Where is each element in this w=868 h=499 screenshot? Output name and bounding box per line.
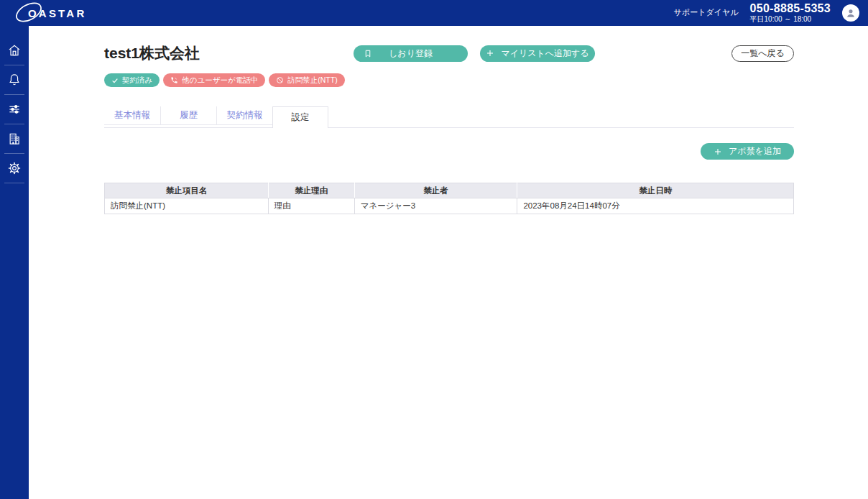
page-title: test1株式会社 — [104, 43, 354, 63]
cell-ban-datetime: 2023年08月24日14時07分 — [517, 198, 794, 214]
back-to-list-button[interactable]: 一覧へ戻る — [731, 45, 794, 62]
tab-history[interactable]: 履歴 — [160, 106, 216, 125]
cell-ban-reason: 理由 — [268, 198, 354, 214]
status-badge-label: 訪問禁止(NTT) — [287, 75, 337, 86]
col-header-banned-by: 禁止者 — [354, 183, 517, 198]
gear-icon — [7, 161, 22, 175]
title-row: test1株式会社 しおり登録 マイリストへ追加する 一覧へ戻る — [104, 43, 794, 63]
plus-icon — [714, 147, 722, 156]
ban-table: 禁止項目名 禁止理由 禁止者 禁止日時 訪問禁止(NTT) 理由 マネージャー3… — [104, 183, 794, 214]
person-icon — [844, 6, 857, 19]
cell-ban-item: 訪問禁止(NTT) — [105, 198, 269, 214]
sidebar-nav — [0, 26, 29, 499]
status-badges: 契約済み 他のユーザーが電話中 訪問禁止(NTT) — [104, 73, 794, 87]
col-header-ban-item: 禁止項目名 — [105, 183, 269, 198]
add-apo-ban-label: アポ禁を追加 — [729, 145, 781, 157]
add-to-mylist-button[interactable]: マイリストへ追加する — [480, 45, 595, 62]
main-content: test1株式会社 しおり登録 マイリストへ追加する 一覧へ戻る — [29, 26, 868, 499]
logo-text: OASTAR — [28, 7, 86, 19]
back-to-list-label: 一覧へ戻る — [741, 47, 785, 60]
sidebar-item-settings[interactable] — [0, 154, 29, 183]
bookmark-button-label: しおり登録 — [389, 47, 433, 60]
support-phone: 050-8885-5353 平日10:00 ～ 18:00 — [750, 2, 831, 24]
home-icon — [7, 43, 22, 58]
table-row: 訪問禁止(NTT) 理由 マネージャー3 2023年08月24日14時07分 — [105, 198, 794, 214]
sidebar-item-notifications[interactable] — [0, 65, 29, 94]
bookmark-icon — [364, 49, 372, 58]
tab-contract-info[interactable]: 契約情報 — [216, 106, 272, 125]
sidebar-item-home[interactable] — [0, 36, 29, 65]
add-to-mylist-label: マイリストへ追加する — [501, 47, 588, 60]
status-badge-on-call: 他のユーザーが電話中 — [163, 73, 265, 87]
sidebar-item-companies[interactable] — [0, 124, 29, 153]
bell-icon — [7, 73, 22, 87]
status-badge-contracted: 契約済み — [104, 73, 160, 87]
status-badge-visit-ban: 訪問禁止(NTT) — [269, 73, 344, 87]
cell-banned-by: マネージャー3 — [354, 198, 517, 214]
support-phone-number: 050-8885-5353 — [750, 2, 831, 15]
phone-in-talk-icon — [170, 76, 178, 84]
col-header-ban-reason: 禁止理由 — [268, 183, 354, 198]
sidebar-divider — [4, 183, 24, 183]
support-dial-label: サポートダイヤル — [674, 7, 739, 18]
tab-basic-info[interactable]: 基本情報 — [104, 106, 160, 125]
ban-table-header-row: 禁止項目名 禁止理由 禁止者 禁止日時 — [105, 183, 794, 198]
check-icon — [111, 77, 119, 84]
bookmark-button[interactable]: しおり登録 — [354, 45, 468, 62]
col-header-ban-datetime: 禁止日時 — [517, 183, 794, 198]
table-actions: アポ禁を追加 — [104, 143, 794, 160]
status-badge-label: 契約済み — [122, 75, 152, 86]
detail-tabs: 基本情報 履歴 契約情報 設定 — [104, 106, 794, 128]
support-hours: 平日10:00 ～ 18:00 — [750, 15, 831, 24]
add-apo-ban-button[interactable]: アポ禁を追加 — [701, 143, 794, 160]
prohibited-icon — [276, 76, 284, 84]
app-header: OASTAR サポートダイヤル 050-8885-5353 平日10:00 ～ … — [0, 0, 868, 26]
sliders-icon — [7, 102, 22, 116]
user-avatar[interactable] — [842, 4, 859, 22]
building-icon — [7, 132, 22, 146]
tab-settings[interactable]: 設定 — [272, 106, 328, 128]
plus-icon — [486, 49, 494, 58]
oastar-logo: OASTAR — [14, 1, 89, 24]
sidebar-item-filters[interactable] — [0, 95, 29, 124]
status-badge-label: 他のユーザーが電話中 — [182, 75, 258, 86]
